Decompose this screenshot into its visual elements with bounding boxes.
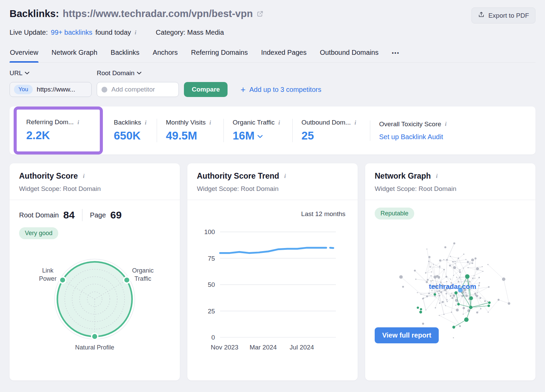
radar-dot-organic-traffic — [124, 277, 130, 283]
trend-info-icon[interactable]: i — [284, 173, 287, 179]
trend-header: Authority Score Trend i Widget Scope: Ro… — [187, 163, 358, 200]
authority-score-info-icon[interactable]: i — [82, 173, 85, 179]
svg-text:Nov 2023: Nov 2023 — [211, 344, 238, 351]
outbound-domains-label: Outbound Dom... — [301, 119, 351, 126]
tab-outbound-domains[interactable]: Outbound Domains — [320, 46, 379, 62]
filter-labels-row: URL Root Domain — [10, 69, 535, 77]
backlinks-info-icon[interactable]: i — [144, 120, 147, 126]
radar-axis-link-power-line1: Link — [42, 267, 54, 274]
competitor-dot-icon — [102, 87, 107, 93]
add-competitors-link[interactable]: + Add up to 3 competitors — [240, 85, 321, 94]
radar-axis-natural-profile: Natural Profile — [75, 344, 114, 351]
compare-controls-row: You https://www... Add competitor Compar… — [10, 82, 535, 97]
tab-backlinks[interactable]: Backlinks — [110, 46, 140, 62]
upload-icon — [478, 11, 485, 20]
add-competitor-placeholder: Add competitor — [111, 86, 155, 93]
live-update-label: Live Update: — [10, 29, 48, 36]
svg-text:100: 100 — [204, 228, 215, 235]
network-center-label: techradar.com — [429, 283, 476, 290]
root-domain-label: Root Domain — [97, 69, 135, 77]
network-graph-card: Network Graph i Widget Scope: Root Domai… — [365, 163, 535, 380]
tab-overview[interactable]: Overview — [10, 46, 38, 62]
add-competitor-input[interactable]: Add competitor — [97, 82, 179, 97]
network-info-icon[interactable]: i — [435, 173, 438, 179]
page-title: Backlinks: https://www.techradar.com/vpn… — [10, 7, 264, 20]
svg-text:0: 0 — [211, 334, 215, 341]
tab-network-graph[interactable]: Network Graph — [51, 46, 98, 62]
root-domain-dropdown[interactable]: Root Domain — [97, 69, 141, 77]
monthly-visits-label: Monthly Visits — [166, 119, 206, 126]
view-full-report-button[interactable]: View full report — [375, 327, 439, 343]
trend-range-label: Last 12 months — [197, 210, 348, 218]
report-tabs: Overview Network Graph Backlinks Anchors… — [10, 46, 535, 63]
widget-cards-row: Authority Score i Widget Scope: Root Dom… — [10, 163, 535, 380]
radar-dot-natural-profile — [92, 333, 98, 340]
referring-domains-value[interactable]: 2.2K — [26, 129, 90, 142]
toxicity-score-metric: Overall Toxicity Score i Set up Backlink… — [370, 120, 527, 141]
authority-score-title: Authority Score — [19, 172, 78, 181]
monthly-visits-metric: Monthly Visits i 49.5M — [157, 119, 223, 142]
you-url-input[interactable]: You https://www... — [10, 82, 92, 97]
compare-button[interactable]: Compare — [184, 82, 228, 97]
tab-referring-domains[interactable]: Referring Domains — [191, 46, 248, 62]
svg-text:Mar 2024: Mar 2024 — [250, 344, 277, 351]
authority-score-trend-card: Authority Score Trend i Widget Scope: Ro… — [187, 163, 358, 380]
network-scope: Widget Scope: Root Domain — [375, 185, 526, 193]
outbound-domains-value[interactable]: 25 — [301, 129, 361, 142]
score-divider — [82, 209, 82, 221]
network-status-badge: Reputable — [375, 208, 414, 219]
page-header: Backlinks: https://www.techradar.com/vpn… — [10, 7, 535, 23]
tab-indexed-pages[interactable]: Indexed Pages — [261, 46, 307, 62]
authority-score-body: Root Domain 84 Page 69 Very good — [10, 200, 180, 377]
score-values-row: Root Domain 84 Page 69 — [19, 209, 170, 221]
url-scope-label: URL — [10, 69, 22, 77]
chevron-down-icon — [25, 72, 29, 75]
organic-traffic-label: Organic Traffic — [233, 119, 275, 126]
backlinks-overview-page: Backlinks: https://www.techradar.com/vpn… — [0, 0, 545, 380]
tabs-more-button[interactable]: ••• — [391, 46, 400, 62]
chevron-down-icon — [137, 72, 141, 75]
trend-title: Authority Score Trend — [197, 172, 279, 181]
external-link-icon[interactable] — [256, 9, 264, 20]
authority-score-radar-chart: Link Power Organic Traffic Natural Profi… — [19, 241, 170, 370]
live-update-info-icon[interactable]: i — [134, 30, 137, 35]
radar-axis-organic-traffic-line2: Traffic — [135, 275, 151, 282]
setup-backlink-audit-link[interactable]: Set up Backlink Audit — [379, 133, 518, 141]
tab-anchors[interactable]: Anchors — [152, 46, 178, 62]
radar-dot-link-power — [60, 277, 66, 283]
analyzed-url: https://www.techradar.com/vpn/best-vpn — [63, 8, 253, 19]
svg-text:75: 75 — [208, 255, 215, 262]
network-body: Reputable techradar.com View full report — [365, 200, 535, 353]
backlinks-value[interactable]: 650K — [114, 129, 148, 142]
export-to-pdf-button[interactable]: Export to PDF — [471, 7, 535, 23]
radar-axis-link-power-line2: Power — [39, 275, 57, 282]
backlinks-metric: Backlinks i 650K — [105, 119, 157, 142]
svg-text:Jul 2024: Jul 2024 — [290, 344, 314, 351]
trend-body: Last 12 months 0255075100Nov 2023Mar 202… — [187, 200, 358, 363]
authority-score-trend-chart: 0255075100Nov 2023Mar 2024Jul 2024 — [197, 218, 348, 357]
page-score-value: 69 — [110, 209, 122, 221]
page-title-prefix: Backlinks: — [10, 8, 59, 19]
radar-axis-organic-traffic-line1: Organic — [132, 267, 154, 274]
chevron-down-icon[interactable] — [258, 135, 263, 138]
organic-traffic-value: 16M — [233, 129, 254, 142]
subheader: Live Update: 99+ backlinks found today i… — [10, 29, 535, 36]
url-scope-dropdown[interactable]: URL — [10, 69, 97, 77]
toxicity-score-info-icon[interactable]: i — [444, 121, 447, 127]
add-competitors-label: Add up to 3 competitors — [249, 86, 321, 94]
organic-traffic-metric: Organic Traffic i 16M — [223, 119, 292, 142]
root-domain-score-label: Root Domain — [19, 211, 59, 219]
live-update-backlinks-link[interactable]: 99+ backlinks — [51, 29, 92, 36]
monthly-visits-info-icon[interactable]: i — [209, 120, 212, 126]
referring-domains-metric-highlighted: Referring Dom... i 2.2K — [14, 107, 103, 154]
authority-score-status-badge: Very good — [19, 227, 58, 239]
metrics-summary-bar: Referring Dom... i 2.2K Backlinks i 650K… — [10, 107, 535, 154]
page-score-label: Page — [90, 211, 106, 219]
monthly-visits-value[interactable]: 49.5M — [166, 129, 215, 142]
network-header: Network Graph i Widget Scope: Root Domai… — [365, 163, 535, 200]
root-domain-score-value: 84 — [63, 209, 75, 221]
organic-traffic-info-icon[interactable]: i — [278, 120, 281, 126]
referring-domains-info-icon[interactable]: i — [77, 119, 80, 125]
category-label: Category: Mass Media — [156, 29, 224, 36]
outbound-domains-info-icon[interactable]: i — [354, 120, 357, 126]
